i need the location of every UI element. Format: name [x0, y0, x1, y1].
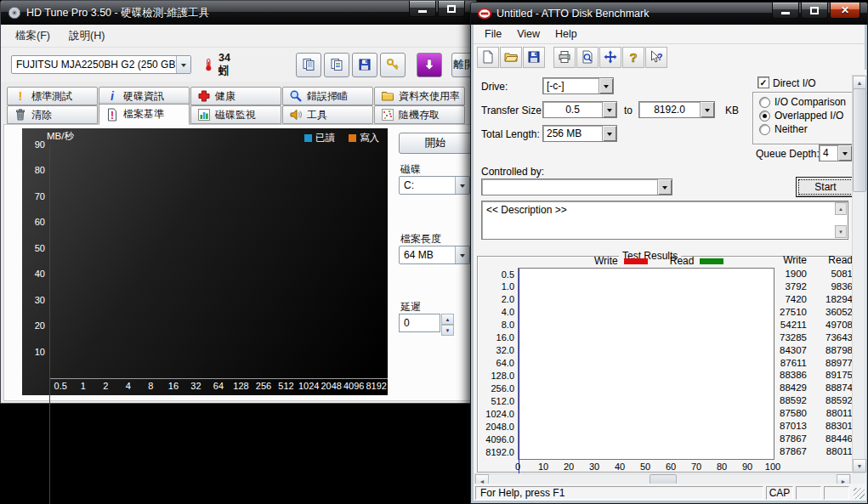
description-input[interactable]: << Description >> ▲ ▼: [481, 201, 848, 240]
y-tick-label: 40: [22, 269, 45, 279]
hdtune-titlebar[interactable]: HD Tune Pro 3.50 - 硬碟檢測-維護工具: [1, 1, 477, 25]
new-file-button[interactable]: [477, 47, 499, 68]
tab-r1-4[interactable]: 資料夾使用率: [374, 87, 465, 105]
hdtune-maximize-button[interactable]: [438, 1, 465, 17]
print-button[interactable]: [553, 47, 576, 68]
queue-depth-dropdown[interactable]: 4: [819, 144, 853, 161]
down-arrow-icon: [423, 58, 436, 71]
atto-menu-1[interactable]: View: [509, 26, 547, 42]
row-label: 4.0: [474, 307, 514, 317]
row-label: 8192.0: [474, 447, 514, 457]
radio-i-o-comparison[interactable]: I/O Comparison: [759, 96, 846, 108]
copy-image-button[interactable]: [324, 53, 349, 77]
save-file-button[interactable]: [523, 47, 545, 68]
delay-stepper[interactable]: 0 ▲ ▼: [399, 314, 454, 336]
transfer-to-value: 8192.0: [639, 104, 700, 116]
tab-r1-1[interactable]: i硬碟資訊: [99, 87, 190, 105]
drive-dropdown[interactable]: [-c-]: [542, 77, 614, 94]
x-tick-label: 90: [735, 462, 759, 472]
direct-io-label: Direct I/O: [773, 77, 816, 89]
atto-close-button[interactable]: ✕: [830, 3, 860, 19]
results-legend: WriteRead: [594, 255, 740, 267]
tab-r2-0[interactable]: 清除: [7, 105, 98, 124]
atto-client-area: Drive: [-c-] Transfer Size: 0.5 to 8192.…: [474, 70, 866, 488]
file-length-selector[interactable]: 64 MB: [399, 246, 470, 264]
total-length-dropdown[interactable]: 256 MB: [542, 125, 617, 142]
tab-r2-4[interactable]: 隨機存取: [374, 105, 465, 124]
options-button[interactable]: [380, 53, 406, 77]
read-value: 88011: [805, 408, 853, 418]
hdtune-menu-1[interactable]: 說明(H): [60, 26, 114, 46]
scroll-down-icon[interactable]: ▼: [853, 459, 866, 473]
folder-icon: [381, 89, 394, 103]
vertical-scrollbar[interactable]: ▲ ▼: [852, 75, 865, 473]
tab-r2-3[interactable]: 工具: [282, 105, 373, 124]
tab-label: 隨機存取: [399, 108, 440, 122]
help-button[interactable]: ?: [622, 47, 644, 68]
copy-text-button[interactable]: [296, 53, 321, 77]
direct-io-checkbox[interactable]: ✓: [757, 76, 769, 88]
y-tick-label: 70: [22, 191, 45, 201]
hdtune-minimize-button[interactable]: [409, 1, 436, 17]
save-button[interactable]: [352, 53, 377, 77]
legend-label: Read: [670, 255, 695, 267]
minimize-icon: [781, 12, 790, 14]
atto-titlebar[interactable]: Untitled - ATTO Disk Benchmark ✕: [471, 3, 867, 25]
atto-maximize-button[interactable]: [801, 3, 828, 19]
page-new-icon: [481, 50, 495, 64]
tab-r1-2[interactable]: 健康: [190, 87, 281, 105]
x-tick-label: 30: [582, 462, 606, 472]
vertical-scroll-thumb[interactable]: [853, 88, 866, 192]
print-preview-button[interactable]: [576, 47, 599, 68]
scroll-up-icon[interactable]: ▲: [853, 76, 866, 89]
open-file-button[interactable]: [500, 47, 522, 68]
context-help-button[interactable]: ?: [645, 47, 667, 68]
bars-icon: [197, 108, 211, 122]
tab-label: 錯誤掃瞄: [307, 89, 348, 104]
tab-r1-3[interactable]: 錯誤掃瞄: [282, 87, 373, 105]
resize-grip[interactable]: [854, 488, 865, 499]
scroll-up-icon[interactable]: ▲: [835, 202, 847, 215]
hdtune-menu-0[interactable]: 檔案(F): [6, 26, 60, 46]
atto-menubar: FileViewHelp: [474, 25, 865, 44]
x-tick-label: 10: [531, 462, 555, 472]
row-label: 128.0: [474, 371, 514, 381]
radio-icon: [759, 124, 770, 135]
help-icon: ?: [627, 50, 640, 64]
spin-up-icon[interactable]: ▲: [441, 314, 454, 325]
controlled-by-dropdown[interactable]: [481, 178, 672, 195]
y-tick-label: 20: [22, 320, 45, 331]
hdtune-toolbar: FUJITSU MJA2250BH G2 (250 GB) 34蚓 離開: [1, 48, 477, 82]
scroll-down-icon[interactable]: ▼: [835, 225, 847, 238]
atto-window-title: Untitled - ATTO Disk Benchmark: [496, 8, 770, 20]
pan-button[interactable]: [599, 47, 621, 68]
transfer-from-dropdown[interactable]: 0.5: [542, 101, 617, 118]
atto-minimize-button[interactable]: [772, 3, 799, 19]
tab-label: 標準測試: [31, 89, 72, 104]
doc-copy2-icon: [330, 58, 343, 71]
chevron-down-icon: [455, 246, 469, 263]
floppy-icon: [527, 50, 541, 64]
transfer-to-dropdown[interactable]: 8192.0: [638, 101, 715, 118]
atto-menu-0[interactable]: File: [477, 26, 509, 42]
legend-label: 寫入: [360, 132, 379, 144]
read-value: 36052: [805, 307, 853, 317]
drive-selector[interactable]: FUJITSU MJA2250BH G2 (250 GB): [11, 55, 191, 74]
atto-menu-2[interactable]: Help: [547, 26, 585, 42]
radio-icon: [759, 97, 770, 108]
start-button[interactable]: Start: [796, 177, 855, 197]
download-button[interactable]: [417, 53, 442, 77]
spin-down-icon[interactable]: ▼: [441, 325, 454, 336]
tab-r2-2[interactable]: 磁碟監視: [190, 105, 281, 124]
read-value: 88011: [805, 446, 853, 456]
description-scrollbar[interactable]: ▲ ▼: [835, 202, 847, 238]
write-value: 87013: [759, 421, 807, 431]
delay-value: 0: [399, 314, 440, 332]
radio-overlapped-i-o[interactable]: Overlapped I/O: [759, 110, 843, 122]
hdtune-menubar: 檔案(F)說明(H): [1, 25, 477, 48]
tab-r2-1[interactable]: !檔案基準: [99, 104, 190, 125]
disk-selector[interactable]: C:: [399, 176, 470, 195]
start-benchmark-button[interactable]: 開始: [399, 133, 472, 154]
radio-neither[interactable]: Neither: [759, 123, 808, 135]
tab-r1-0[interactable]: !標準測試: [7, 87, 98, 105]
